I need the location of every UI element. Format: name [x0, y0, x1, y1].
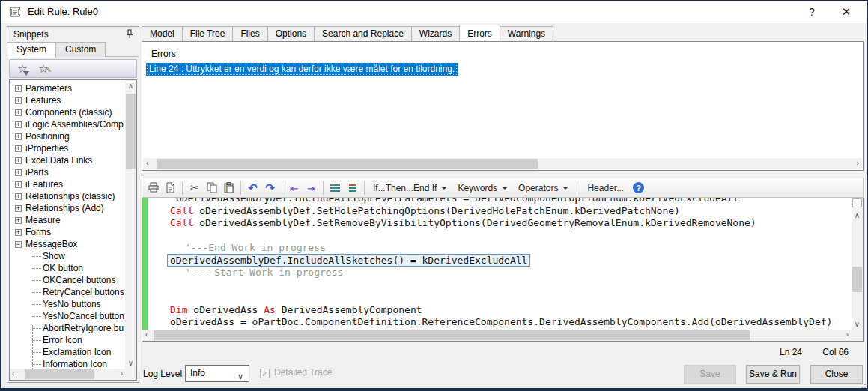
close-dialog-button[interactable]: Close	[810, 365, 863, 384]
indent-icon[interactable]: ⇥	[303, 180, 319, 196]
tab-warnings[interactable]: Warnings	[500, 26, 553, 41]
expand-icon[interactable]: +	[15, 133, 22, 140]
scrollbar-thumb[interactable]	[157, 159, 538, 169]
tree-item-okcancel-buttons[interactable]: OKCancel buttons	[10, 274, 124, 286]
tree-item-features[interactable]: +Features	[10, 94, 124, 106]
code-area[interactable]: oDerivedAssemblyDef.IncludeAllTopLevelPa…	[142, 198, 864, 342]
copy-icon[interactable]	[204, 180, 219, 196]
tree-item-yesnocancel-buttons[interactable]: YesNoCancel buttons	[10, 310, 124, 322]
expand-icon[interactable]: +	[15, 205, 22, 212]
detailed-trace-checkbox[interactable]: ✓Detailed Trace	[260, 367, 332, 378]
tree-item-excel-data-links[interactable]: +Excel Data Links	[10, 154, 124, 166]
resize-grip[interactable]	[858, 381, 866, 388]
tree-item-iparts[interactable]: +iParts	[10, 166, 124, 178]
scroll-right-icon[interactable]: ›	[857, 159, 859, 167]
scroll-left-icon[interactable]: ‹	[12, 369, 14, 378]
tree-item-information-icon[interactable]: Information Icon	[10, 358, 124, 368]
scrollbar-thumb[interactable]	[852, 267, 862, 292]
edit-snippets-icon[interactable]: ☆✎	[37, 62, 50, 76]
scroll-right-icon[interactable]: ›	[846, 330, 849, 339]
tree-item-retrycancel-buttons[interactable]: RetryCancel buttons	[10, 286, 124, 298]
scrollbar-thumb[interactable]	[154, 330, 750, 340]
scroll-down-icon[interactable]: ∨	[852, 320, 863, 328]
tree-item-relationships-classic[interactable]: +Relationships (classic)	[10, 190, 124, 202]
tab-errors[interactable]: Errors	[459, 25, 500, 41]
tree-horizontal-scrollbar[interactable]: ‹ ›	[10, 369, 125, 380]
code-line[interactable]: Call oDerivedAssemblyDef.SetRemoveByVisi…	[148, 217, 851, 230]
save-button[interactable]: Save	[684, 365, 736, 384]
tree-item-parameters[interactable]: +Parameters	[10, 82, 124, 94]
code-line[interactable]: oDerivedAssemblyDef.IncludeAllTopLevelPa…	[148, 198, 851, 205]
code-line[interactable]	[148, 291, 851, 304]
tab-file-tree[interactable]: File Tree	[182, 26, 234, 41]
expand-icon[interactable]: +	[15, 97, 22, 104]
tree-item-measure[interactable]: +Measure	[10, 214, 124, 226]
highlighted-error-line[interactable]: oDerivedAssemblyDef.IncludeAllSketches()…	[167, 254, 530, 267]
error-list-item-selected[interactable]: Line 24 : Uttrykket er en verdi og kan d…	[146, 63, 458, 76]
redo-icon[interactable]: ↷	[262, 180, 278, 196]
expand-icon[interactable]: +	[15, 169, 22, 176]
filter-snippets-icon[interactable]: ☆	[16, 62, 29, 76]
tab-options[interactable]: Options	[267, 26, 315, 41]
uncomment-lines-icon[interactable]	[345, 180, 360, 196]
expand-icon[interactable]: +	[15, 121, 22, 128]
scroll-left-icon[interactable]: ‹	[145, 330, 148, 339]
scrollbar-thumb[interactable]	[25, 369, 94, 379]
tree-item-iproperties[interactable]: +iProperties	[10, 142, 124, 154]
code-line[interactable]: oDerivedAssemblyDef.IncludeAllSketches()…	[148, 255, 851, 267]
help-icon[interactable]: ?	[633, 182, 644, 193]
tab-wizards[interactable]: Wizards	[411, 26, 460, 41]
code-line[interactable]: '--- Start Work in progress	[148, 267, 851, 279]
log-level-select[interactable]: Info ∨	[185, 365, 249, 382]
tree-item-exclamation-icon[interactable]: Exclamation Icon	[10, 346, 124, 358]
snippets-tab-custom[interactable]: Custom	[55, 42, 106, 57]
cut-icon[interactable]: ✂	[186, 180, 202, 196]
errors-horizontal-scrollbar[interactable]: ‹ ›	[143, 158, 862, 169]
comment-lines-icon[interactable]	[327, 180, 343, 196]
code-line[interactable]: oDerivedAss = oPartDoc.ComponentDefiniti…	[148, 316, 851, 329]
tree-item-messagebox[interactable]: −MessageBox	[10, 238, 124, 250]
tree-item-abortretryignore-bu[interactable]: AbortRetryIgnore bu	[10, 322, 124, 334]
tree-item-components-classic[interactable]: +Components (classic)	[10, 106, 124, 118]
editor-vertical-scrollbar[interactable]: ∧ ∨	[852, 198, 863, 330]
scroll-right-icon[interactable]: ›	[121, 369, 123, 378]
print-icon[interactable]	[145, 180, 161, 196]
expand-icon[interactable]: +	[15, 157, 22, 164]
undo-icon[interactable]: ↶	[245, 180, 261, 196]
scrollbar-thumb[interactable]	[126, 94, 136, 169]
expand-icon[interactable]: +	[15, 229, 22, 236]
close-button[interactable]: ✕	[831, 1, 861, 23]
expand-icon[interactable]: +	[15, 145, 22, 152]
scroll-left-icon[interactable]: ‹	[146, 159, 148, 167]
pin-icon[interactable]	[124, 29, 134, 41]
keywords-dropdown[interactable]: Keywords	[453, 180, 512, 196]
code-line[interactable]: Dim oDerivedAss As DerivedAssemblyCompon…	[148, 304, 851, 317]
tab-search-and-replace[interactable]: Search and Replace	[314, 26, 412, 41]
scroll-up-icon[interactable]: ∧	[852, 211, 863, 219]
code-line[interactable]	[148, 230, 851, 243]
editor-horizontal-scrollbar[interactable]: ‹ ›	[142, 330, 852, 341]
splitter-box[interactable]	[852, 198, 862, 207]
tree-item-show[interactable]: Show	[10, 250, 124, 262]
scroll-up-icon[interactable]: ∧	[125, 82, 136, 90]
if-then-endif-dropdown[interactable]: If...Then...End If	[368, 180, 452, 196]
expand-icon[interactable]: +	[15, 193, 22, 200]
tab-files[interactable]: Files	[232, 26, 267, 41]
tree-item-forms[interactable]: +Forms	[10, 226, 124, 238]
tree-item-yesno-buttons[interactable]: YesNo buttons	[10, 298, 124, 310]
tab-model[interactable]: Model	[142, 26, 183, 41]
tree-item-relationships-add[interactable]: +Relationships (Add)	[10, 202, 124, 214]
collapse-icon[interactable]: −	[15, 241, 22, 248]
operators-dropdown[interactable]: Operators	[514, 180, 573, 196]
save-and-run-button[interactable]: Save & Run	[746, 365, 800, 384]
help-button[interactable]: ?	[797, 1, 827, 23]
tree-item-ok-button[interactable]: OK button	[10, 262, 124, 274]
expand-icon[interactable]: +	[15, 217, 22, 224]
expand-icon[interactable]: +	[15, 109, 22, 116]
expand-icon[interactable]: +	[15, 181, 22, 188]
tree-vertical-scrollbar[interactable]: ∧ ∨	[125, 80, 136, 369]
expand-icon[interactable]: +	[15, 85, 22, 92]
scroll-down-icon[interactable]: ∨	[125, 359, 136, 367]
outdent-icon[interactable]: ⇤	[286, 180, 302, 196]
tree-item-positioning[interactable]: +Positioning	[10, 130, 124, 142]
